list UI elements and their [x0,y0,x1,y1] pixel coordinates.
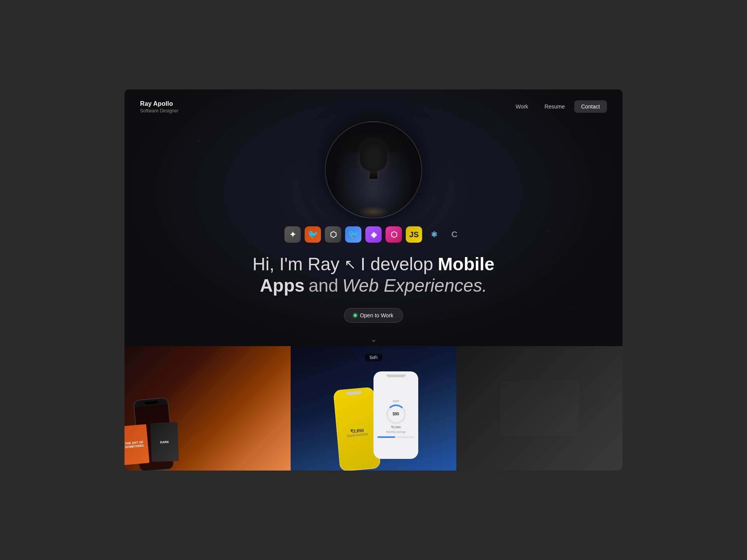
hero-text: Hi, I'm Ray ↖ I develop Mobile Apps and … [237,254,510,296]
phone-front: SoFi $90 ₹2,850 Monthly savings [374,371,418,459]
tech-icon-js: JS [406,226,422,243]
hero-verb: I develop [361,254,433,275]
cursor-icon: ↖ [344,256,356,273]
hero-section: Ray Apollo Software Designer Work Resume… [124,89,622,346]
brand-title: Software Designer [140,108,179,114]
hero-line2: Apps and Web Experiences. [253,275,494,296]
hero-and-text: and [309,275,338,296]
card-right[interactable] [456,346,622,471]
card-left[interactable]: THE ART OFSOMETHING DARK [124,346,291,471]
tech-icon-swift: 🐦 [305,226,321,243]
nav-resume-button[interactable]: Resume [538,100,572,113]
nav-contact-button[interactable]: Contact [574,100,607,113]
phone-notch-2 [386,374,406,377]
book-covers: THE ART OFSOMETHING DARK [124,422,180,466]
nav-work-button[interactable]: Work [509,100,535,113]
hero-mobile-text: Mobile [438,254,494,275]
portfolio-cards: THE ART OFSOMETHING DARK SoFi ₹2,850 SAV… [124,346,622,471]
hero-web-text: Web Experiences. [342,275,487,296]
book-2: DARK [150,422,179,462]
tech-icon-c: C [446,226,463,243]
tech-icon-swiftui: 🐦 [345,226,361,243]
nav-links: Work Resume Contact [509,100,607,113]
navigation: Ray Apollo Software Designer Work Resume… [124,89,622,114]
finance-circle: $90 [386,404,406,424]
status-dot [354,314,357,317]
tech-icon-graphql: ⬡ [386,226,402,243]
book-1: THE ART OFSOMETHING [124,424,149,466]
scroll-chevron2: ⌄ [370,343,377,346]
scroll-chevron: ⌄ [370,335,377,343]
tech-icon-ar: ⬡ [325,226,341,243]
card-center[interactable]: SoFi ₹2,850 SAVE FASTER SoF [291,346,457,471]
avatar-ring [325,121,422,219]
tech-icon-framer: ◈ [365,226,382,243]
hero-line1: Hi, I'm Ray ↖ I develop Mobile [253,254,494,275]
brand: Ray Apollo Software Designer [140,100,179,114]
scroll-indicator: ⌄ ⌄ [370,335,377,346]
browser-window: Ray Apollo Software Designer Work Resume… [124,89,622,471]
tech-icon-react: ⚛ [426,226,442,243]
badge-label: Open to Work [360,312,393,318]
center-phones: ₹2,850 SAVE FASTER SoFi $90 ₹2,850 Mo [331,383,416,471]
avatar-figure [342,132,405,218]
avatar-head [360,140,387,171]
hero-greeting: Hi, I'm Ray [253,254,339,275]
phone-notch-1 [346,391,362,395]
avatar-neck [370,171,377,179]
tech-icon-figma: ✦ [284,226,301,243]
brand-name: Ray Apollo [140,100,179,107]
center-badge: SoFi [365,354,382,361]
phone-screen-2: SoFi $90 ₹2,850 Monthly savings [374,379,417,458]
phone-notch [144,401,158,405]
open-to-work-badge[interactable]: Open to Work [344,308,403,323]
avatar-glow [358,206,389,218]
avatar-section [325,121,422,219]
hero-apps-text: Apps [260,275,305,296]
tech-icons-row: ✦ 🐦 ⬡ 🐦 ◈ ⬡ JS ⚛ C [284,226,463,243]
finance-amount: ₹2,850 [391,425,401,429]
